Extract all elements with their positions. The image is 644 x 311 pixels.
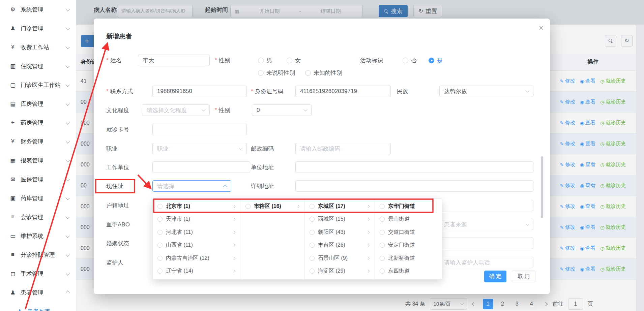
cascader-option[interactable]: 山西省 (11) [153,239,240,252]
edit-link[interactable]: ✎修改 [560,120,575,126]
edit-link[interactable]: ✎修改 [560,203,575,210]
close-icon[interactable]: × [536,23,546,33]
sidebar-item-11[interactable]: ≡会诊管理 [0,208,76,226]
view-link[interactable]: ◉查看 [580,99,595,105]
sidebar-item-2[interactable]: ¥收费工作站 [0,38,76,57]
cancel-button[interactable]: 取 消 [512,271,535,282]
edit-link[interactable]: ✎修改 [560,161,575,168]
view-link[interactable]: ◉查看 [580,161,595,168]
history-link[interactable]: ◷就诊历史 [600,182,626,189]
gender-radio-female[interactable]: 女 [287,55,301,66]
history-link[interactable]: ◷就诊历史 [600,78,626,84]
date-range-input[interactable]: ▦ 开始日期 - 结束日期 [230,5,363,17]
history-link[interactable]: ◷就诊历史 [600,161,626,168]
cascader-option[interactable]: 安定门街道 [375,239,442,252]
active-flag-radio-no[interactable]: 否 [403,55,417,66]
view-link[interactable]: ◉查看 [580,78,595,84]
gender-radio-unknown[interactable]: 未知的性别 [305,67,342,79]
cascader-option[interactable]: 东四街道 [375,265,442,278]
history-link[interactable]: ◷就诊历史 [600,224,626,230]
sidebar-item-9[interactable]: ✉医保管理 [0,170,76,189]
edit-link[interactable]: ✎修改 [560,266,575,272]
work-unit-input[interactable] [152,161,250,173]
patient-name-input[interactable]: 请输入病人名称/拼音码/病人ID [117,5,193,17]
sidebar-item-13[interactable]: ≡分诊排队管理 [0,245,76,264]
sidebar-item-7[interactable]: ¥财务管理 [0,132,76,151]
prev-page-button[interactable] [472,303,476,306]
history-link[interactable]: ◷就诊历史 [600,245,626,251]
edit-link[interactable]: ✎修改 [560,141,575,147]
sidebar-item-8[interactable]: ▦报表管理 [0,151,76,170]
history-link[interactable]: ◷就诊历史 [600,99,626,105]
edit-link[interactable]: ✎修改 [560,78,575,84]
guardian-phone-input[interactable]: 请输入监护人电话 [439,257,533,268]
current-address-cascader[interactable]: 请选择 [152,180,231,192]
sidebar-item-12[interactable]: ▭维护系统 [0,226,76,245]
table-search-button[interactable] [605,35,616,46]
history-link[interactable]: ◷就诊历史 [600,120,626,126]
date-end-placeholder[interactable]: 结束日期 [303,8,358,14]
page-button-2[interactable]: 2 [497,299,508,309]
cascader-option[interactable]: 北京市 (1) [153,200,240,213]
edit-link[interactable]: ✎修改 [560,182,575,189]
history-link[interactable]: ◷就诊历史 [600,266,626,272]
patient-source-select[interactable]: 患者来源 [439,219,533,230]
page-size-select[interactable]: 10条/页 [430,298,467,310]
postal-input[interactable]: 请输入邮政编码 [295,143,391,154]
confirm-button[interactable]: 确 定 [484,271,506,282]
sidebar-item-6[interactable]: +药房管理 [0,113,76,132]
sidebar-item-4[interactable]: ▢门诊医生工作站 [0,75,76,94]
cascader-option[interactable]: 海淀区 (29) [305,265,375,278]
ethnicity-select[interactable]: 达斡尔族 [439,86,533,97]
sidebar-item-0[interactable]: ⚙系统管理 [0,0,76,19]
edit-link[interactable]: ✎修改 [560,224,575,230]
edit-link[interactable]: ✎修改 [560,99,575,105]
sidebar-item-10[interactable]: ▣药库管理 [0,189,76,208]
cascader-option[interactable]: 东城区 (17) [305,200,375,213]
visit-card-input[interactable] [152,124,247,135]
page-button-4[interactable]: 4 [526,299,537,309]
cascader-option[interactable]: 石景山区 (9) [305,252,375,265]
name-input[interactable]: 牢大 [138,55,210,66]
cascader-option[interactable]: 天津市 (1) [153,213,240,226]
modal-scrollbar[interactable] [541,156,543,218]
cascader-option[interactable]: 市辖区 (16) [241,200,304,213]
marital-row-input[interactable] [439,238,533,249]
date-start-placeholder[interactable]: 开始日期 [242,8,297,14]
id-number-input[interactable]: 411625192602039719 [295,86,391,97]
detail-address-input[interactable] [295,180,533,192]
cascader-option[interactable]: 北新桥街道 [375,252,442,265]
cascader-option[interactable]: 朝阳区 (43) [305,226,375,239]
view-link[interactable]: ◉查看 [580,266,595,272]
cascader-option[interactable]: 河北省 (11) [153,226,240,239]
view-link[interactable]: ◉查看 [580,182,595,189]
view-link[interactable]: ◉查看 [580,203,595,210]
next-page-button[interactable] [544,303,548,306]
cascader-option[interactable]: 东华门街道 [375,200,442,213]
view-link[interactable]: ◉查看 [580,224,595,230]
view-link[interactable]: ◉查看 [580,245,595,251]
search-button[interactable]: 搜索 [379,5,408,17]
cascader-option[interactable]: 辽宁省 (14) [153,265,240,278]
page-button-1[interactable]: 1 [483,299,493,309]
cascader-option[interactable]: 内蒙古自治区 (12) [153,252,240,265]
page-button-3[interactable]: 3 [512,299,522,309]
gender-radio-unstated[interactable]: 未说明性别 [258,67,295,79]
gender-radio-male[interactable]: 男 [258,55,272,66]
view-link[interactable]: ◉查看 [580,120,595,126]
contact-input[interactable]: 19880991650 [152,86,247,97]
cascader-option[interactable]: 丰台区 (26) [305,239,375,252]
history-link[interactable]: ◷就诊历史 [600,203,626,210]
sidebar-item-5[interactable]: ▤库房管理 [0,94,76,113]
sidebar-subitem-patient-list[interactable]: ♟ 患者列表 [0,302,76,311]
sidebar-item-14[interactable]: ◻手术管理 [0,264,76,283]
cascader-option[interactable]: 景山街道 [375,213,442,226]
occupation-select[interactable]: 职业 [152,143,247,154]
edit-link[interactable]: ✎修改 [560,245,575,251]
gender2-select[interactable]: 0 [252,104,312,116]
goto-page-input[interactable]: 1 [568,298,583,310]
cascader-option[interactable]: 交道口街道 [375,226,442,239]
sidebar-item-3[interactable]: ▥住院管理 [0,57,76,75]
active-flag-radio-yes[interactable]: 是 [429,55,443,66]
reset-button[interactable]: ↻ 重置 [413,5,442,17]
